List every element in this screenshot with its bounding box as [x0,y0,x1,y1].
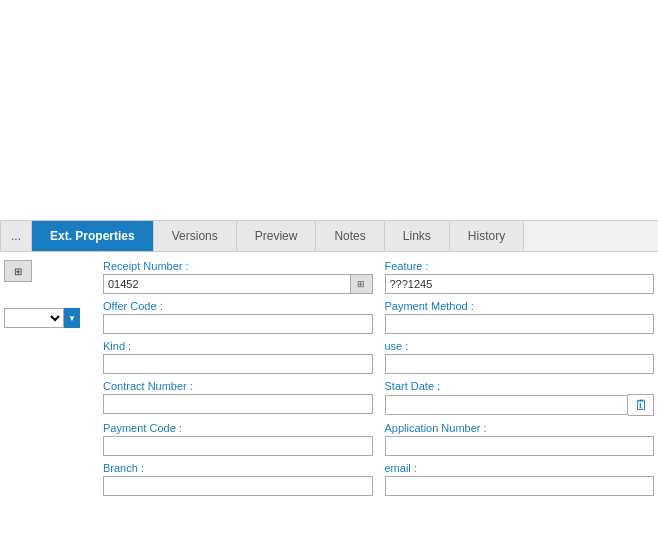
payment-method-input-row [385,314,655,334]
offer-code-group: Offer Code : [103,300,373,334]
feature-input-row [385,274,655,294]
email-input[interactable] [385,476,655,496]
form-area: Receipt Number : ⊞ Feature : Offer Code … [99,260,654,502]
receipt-number-input-row: ⊞ [103,274,373,294]
grid-small-icon: ⊞ [357,279,365,289]
receipt-number-group: Receipt Number : ⊞ [103,260,373,294]
receipt-number-label: Receipt Number : [103,260,373,272]
start-date-group: Start Date : 🗓 [385,380,655,416]
feature-group: Feature : [385,260,655,294]
tab-history[interactable]: History [450,221,524,251]
contract-number-input-row [103,394,373,414]
start-date-label: Start Date : [385,380,655,392]
start-date-input-row: 🗓 [385,394,655,416]
application-number-group: Application Number : [385,422,655,456]
tab-links[interactable]: Links [385,221,450,251]
branch-input-row [103,476,373,496]
use-label: use : [385,340,655,352]
dropdown-row: ▼ [4,308,95,328]
branch-group: Branch : [103,462,373,496]
payment-method-input[interactable] [385,314,655,334]
branch-label: Branch : [103,462,373,474]
feature-label: Feature : [385,260,655,272]
use-input-row [385,354,655,374]
tab-ext-properties[interactable]: Ext. Properties [32,221,154,251]
left-panel: ⊞ ▼ [4,260,99,502]
kind-group: Kind : [103,340,373,374]
email-input-row [385,476,655,496]
tab-preview[interactable]: Preview [237,221,317,251]
application-number-label: Application Number : [385,422,655,434]
tab-versions[interactable]: Versions [154,221,237,251]
branch-input[interactable] [103,476,373,496]
application-number-input-row [385,436,655,456]
application-number-input[interactable] [385,436,655,456]
payment-method-group: Payment Method : [385,300,655,334]
kind-input[interactable] [103,354,373,374]
offer-code-input-row [103,314,373,334]
payment-code-input-row [103,436,373,456]
use-group: use : [385,340,655,374]
payment-code-label: Payment Code : [103,422,373,434]
dropdown-select[interactable] [4,308,64,328]
kind-input-row [103,354,373,374]
payment-method-label: Payment Method : [385,300,655,312]
feature-input[interactable] [385,274,655,294]
use-input[interactable] [385,354,655,374]
calendar-button[interactable]: 🗓 [628,394,654,416]
offer-code-input[interactable] [103,314,373,334]
tab-bar: ... Ext. Properties Versions Preview Not… [0,220,658,252]
content-area: ⊞ ▼ Receipt Number : ⊞ Feature : [0,252,658,510]
payment-code-input[interactable] [103,436,373,456]
offer-code-label: Offer Code : [103,300,373,312]
receipt-number-icon-button[interactable]: ⊞ [351,274,373,294]
grid-icon-button[interactable]: ⊞ [4,260,32,282]
email-label: email : [385,462,655,474]
calendar-icon: 🗓 [634,397,648,413]
payment-code-group: Payment Code : [103,422,373,456]
dropdown-arrow-button[interactable]: ▼ [64,308,80,328]
tab-partial[interactable]: ... [0,221,32,251]
contract-number-group: Contract Number : [103,380,373,416]
tab-notes[interactable]: Notes [316,221,384,251]
kind-label: Kind : [103,340,373,352]
email-group: email : [385,462,655,496]
top-whitespace [0,0,658,220]
receipt-number-input[interactable] [103,274,351,294]
contract-number-label: Contract Number : [103,380,373,392]
start-date-input[interactable] [385,395,629,415]
contract-number-input[interactable] [103,394,373,414]
grid-icon: ⊞ [14,266,22,277]
